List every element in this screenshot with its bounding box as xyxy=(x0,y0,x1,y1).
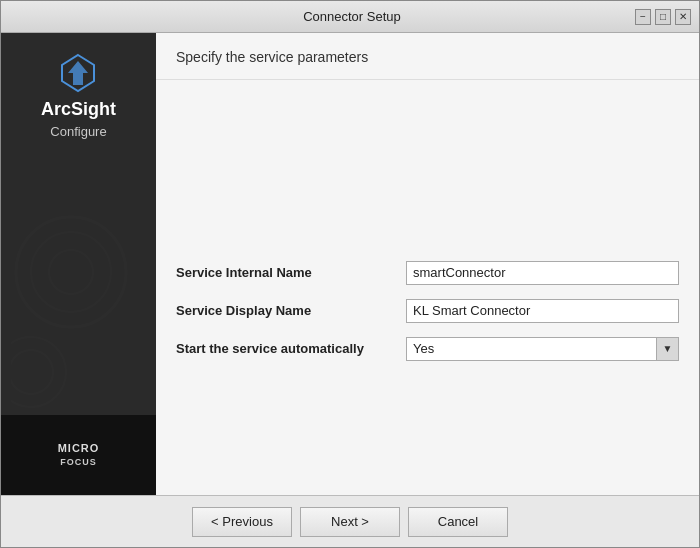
cancel-button[interactable]: Cancel xyxy=(408,507,508,537)
close-button[interactable]: ✕ xyxy=(675,9,691,25)
svg-point-6 xyxy=(11,350,53,394)
content-area: ArcSight Configure MICRO FOCUS xyxy=(1,33,699,495)
microfocus-line1: MICRO xyxy=(58,441,100,456)
select-auto-start[interactable]: Yes ▼ xyxy=(406,337,679,361)
svg-point-3 xyxy=(31,232,111,312)
panel-body: Service Internal Name Service Display Na… xyxy=(156,80,699,495)
sidebar-subtitle: Configure xyxy=(50,124,106,139)
sidebar-decoration xyxy=(11,212,131,435)
select-auto-start-value: Yes xyxy=(407,337,656,361)
form-section: Service Internal Name Service Display Na… xyxy=(176,261,679,375)
input-display-name[interactable] xyxy=(406,299,679,323)
svg-point-2 xyxy=(16,217,126,327)
sidebar: ArcSight Configure MICRO FOCUS xyxy=(1,33,156,495)
dropdown-arrow-icon[interactable]: ▼ xyxy=(656,338,678,360)
panel-header-title: Specify the service parameters xyxy=(176,49,679,65)
window-controls: − □ ✕ xyxy=(635,9,691,25)
window-title: Connector Setup xyxy=(69,9,635,24)
previous-button[interactable]: < Previous xyxy=(192,507,292,537)
panel-header: Specify the service parameters xyxy=(156,33,699,80)
button-bar: < Previous Next > Cancel xyxy=(1,495,699,547)
brand-name: ArcSight xyxy=(41,99,116,120)
arcsight-icon xyxy=(58,53,98,93)
svg-point-4 xyxy=(49,250,93,294)
sidebar-bottom: MICRO FOCUS xyxy=(1,415,156,495)
microfocus-logo: MICRO FOCUS xyxy=(58,441,100,469)
title-bar: Connector Setup − □ ✕ xyxy=(1,1,699,33)
form-row-internal-name: Service Internal Name xyxy=(176,261,679,285)
label-auto-start: Start the service automatically xyxy=(176,341,406,356)
main-window: Connector Setup − □ ✕ ArcSight Configure xyxy=(0,0,700,548)
microfocus-line2: FOCUS xyxy=(58,456,100,469)
svg-point-5 xyxy=(11,337,66,407)
minimize-button[interactable]: − xyxy=(635,9,651,25)
label-internal-name: Service Internal Name xyxy=(176,265,406,280)
main-panel: Specify the service parameters Service I… xyxy=(156,33,699,495)
sidebar-logo: ArcSight Configure xyxy=(41,53,116,139)
form-row-display-name: Service Display Name xyxy=(176,299,679,323)
form-row-auto-start: Start the service automatically Yes ▼ xyxy=(176,337,679,361)
svg-marker-1 xyxy=(68,61,88,85)
next-button[interactable]: Next > xyxy=(300,507,400,537)
input-internal-name[interactable] xyxy=(406,261,679,285)
maximize-button[interactable]: □ xyxy=(655,9,671,25)
label-display-name: Service Display Name xyxy=(176,303,406,318)
